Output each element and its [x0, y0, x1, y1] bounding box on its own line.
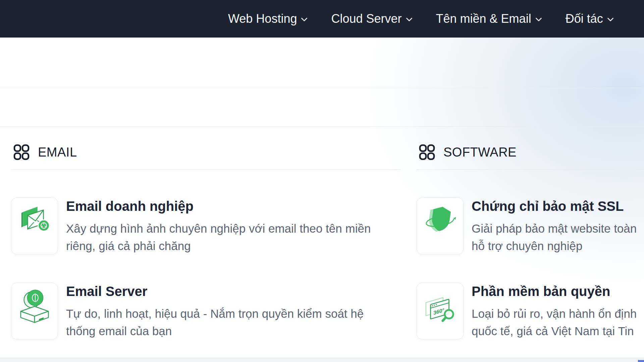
- section-divider: [417, 169, 644, 170]
- bottom-page-edge: [0, 358, 644, 362]
- icon-card: [417, 197, 464, 254]
- item-text: Phần mềm bản quyền Loại bỏ rủi ro, vận h…: [472, 283, 644, 340]
- nav-item-label: Đối tác: [566, 12, 603, 26]
- menu-column-email: EMAIL Email doanh nghiệp Xây dựng hình ả…: [11, 144, 401, 161]
- nav-items: Web Hosting Cloud Server Tên miền & Emai…: [228, 0, 614, 38]
- item-description: Xây dựng hình ảnh chuyên nghiệp với emai…: [66, 220, 435, 255]
- menu-column-software: SOFTWARE Chứng chỉ bảo mật SSL Giải pháp…: [417, 144, 644, 161]
- nav-item-label: Tên miền & Email: [436, 12, 531, 26]
- nav-item-cloud-server[interactable]: Cloud Server: [331, 12, 412, 26]
- item-description: Tự do, linh hoạt, hiệu quả - Nắm trọn qu…: [66, 305, 435, 340]
- main-navbar: Web Hosting Cloud Server Tên miền & Emai…: [0, 0, 644, 38]
- icon-card: [11, 197, 58, 254]
- email-section-header: EMAIL: [11, 144, 401, 161]
- section-heading: EMAIL: [38, 145, 77, 160]
- icon-card: 360°: [417, 283, 464, 340]
- item-text: Email Server Tự do, linh hoạt, hiệu quả …: [66, 283, 435, 340]
- menu-item-email-server[interactable]: Email Server Tự do, linh hoạt, hiệu quả …: [11, 283, 435, 340]
- chevron-down-icon: [607, 17, 614, 22]
- grid-icon: [419, 144, 435, 160]
- grid-icon: [13, 144, 30, 160]
- item-description: Giải pháp bảo mật website toàn hỗ trợ ch…: [472, 220, 644, 255]
- nav-item-domain-email[interactable]: Tên miền & Email: [436, 12, 542, 26]
- item-title: Email doanh nghiệp: [66, 198, 435, 214]
- nav-item-label: Web Hosting: [228, 12, 297, 26]
- item-title: Email Server: [66, 283, 435, 299]
- section-divider: [11, 169, 401, 170]
- nav-item-partner[interactable]: Đối tác: [566, 12, 614, 26]
- item-title: Chứng chỉ bảo mật SSL: [472, 198, 644, 214]
- menu-item-ssl[interactable]: Chứng chỉ bảo mật SSL Giải pháp bảo mật …: [417, 197, 644, 255]
- nav-item-web-hosting[interactable]: Web Hosting: [228, 12, 308, 26]
- chevron-down-icon: [301, 17, 308, 22]
- horizontal-divider-upper: [0, 88, 644, 88]
- chevron-down-icon: [406, 17, 413, 22]
- menu-item-phan-mem[interactable]: 360° Phần mềm bản quyền Loại bỏ rủi ro, …: [417, 283, 644, 340]
- item-text: Chứng chỉ bảo mật SSL Giải pháp bảo mật …: [472, 197, 644, 255]
- nav-item-label: Cloud Server: [331, 12, 401, 26]
- menu-item-email-doanh-nghiep[interactable]: Email doanh nghiệp Xây dựng hình ảnh chu…: [11, 197, 435, 255]
- software-360-icon: 360°: [422, 287, 458, 324]
- software-section-header: SOFTWARE: [417, 144, 644, 161]
- item-description: Loại bỏ rủi ro, vận hành ổn định quốc tế…: [472, 305, 644, 340]
- section-heading: SOFTWARE: [443, 145, 517, 160]
- email-server-icon: [16, 287, 53, 324]
- bottom-right-accent: [638, 360, 644, 362]
- icon-card: [11, 283, 58, 340]
- dropdown-top-divider: [0, 126, 644, 127]
- email-business-icon: [16, 202, 53, 239]
- ssl-shield-icon: [422, 202, 458, 239]
- item-text: Email doanh nghiệp Xây dựng hình ảnh chu…: [66, 197, 435, 255]
- chevron-down-icon: [535, 17, 542, 22]
- item-title: Phần mềm bản quyền: [472, 283, 644, 299]
